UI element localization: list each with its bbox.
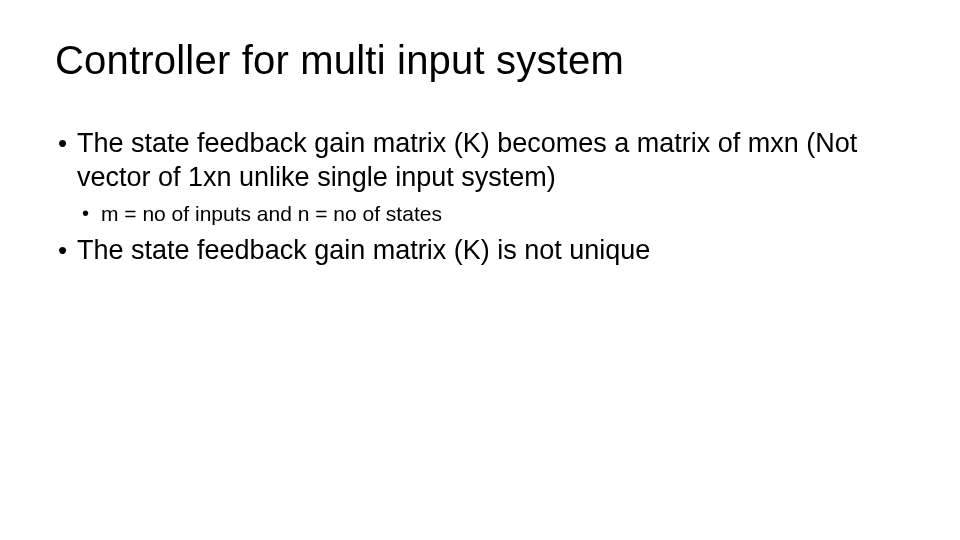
sub-bullet-1: m = no of inputs and n = no of states (55, 199, 905, 228)
slide-title: Controller for multi input system (55, 38, 905, 83)
bullet-item-2: The state feedback gain matrix (K) is no… (55, 234, 905, 268)
bullet-list: The state feedback gain matrix (K) becom… (55, 127, 905, 268)
bullet-item-1: The state feedback gain matrix (K) becom… (55, 127, 905, 195)
slide-container: Controller for multi input system The st… (0, 0, 960, 268)
